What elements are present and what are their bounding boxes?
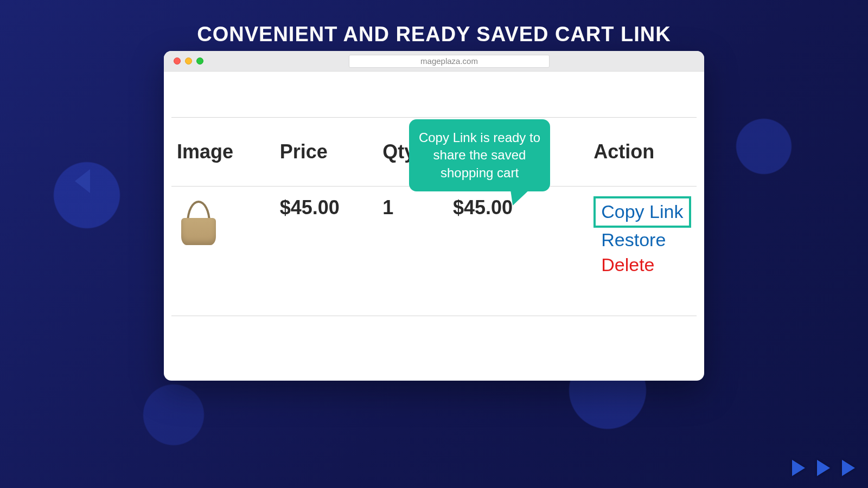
address-bar[interactable]: mageplaza.com	[349, 55, 550, 68]
next-arrow-icon[interactable]	[842, 460, 855, 476]
next-arrow-icon[interactable]	[792, 460, 805, 476]
col-header-action: Action	[588, 118, 697, 187]
col-header-price: Price	[275, 118, 378, 187]
next-arrow-icon[interactable]	[817, 460, 830, 476]
restore-action[interactable]: Restore	[593, 228, 691, 253]
copy-link-tooltip: Copy Link is ready to share the saved sh…	[409, 119, 550, 191]
cell-price: $45.00	[275, 187, 378, 316]
col-header-image: Image	[171, 118, 275, 187]
cell-qty: 1	[377, 187, 448, 316]
slide-nav	[792, 460, 855, 476]
cell-subtotal: $45.00	[448, 187, 588, 316]
table-row: $45.00 1 $45.00 Copy Link Restore Delete	[171, 187, 697, 316]
copy-link-action[interactable]: Copy Link	[593, 196, 691, 228]
hero-title: CONVENIENT AND READY SAVED CART LINK	[0, 0, 868, 46]
decorative-chevron-icon	[75, 169, 90, 193]
window-minimize-icon[interactable]	[185, 57, 192, 65]
browser-window: mageplaza.com Image Price Qty Action	[164, 51, 704, 381]
product-image	[177, 200, 220, 248]
window-close-icon[interactable]	[174, 57, 181, 65]
delete-action[interactable]: Delete	[593, 253, 691, 278]
window-zoom-icon[interactable]	[196, 57, 203, 65]
browser-title-bar: mageplaza.com	[164, 51, 704, 72]
page-content: Image Price Qty Action $	[164, 72, 704, 316]
